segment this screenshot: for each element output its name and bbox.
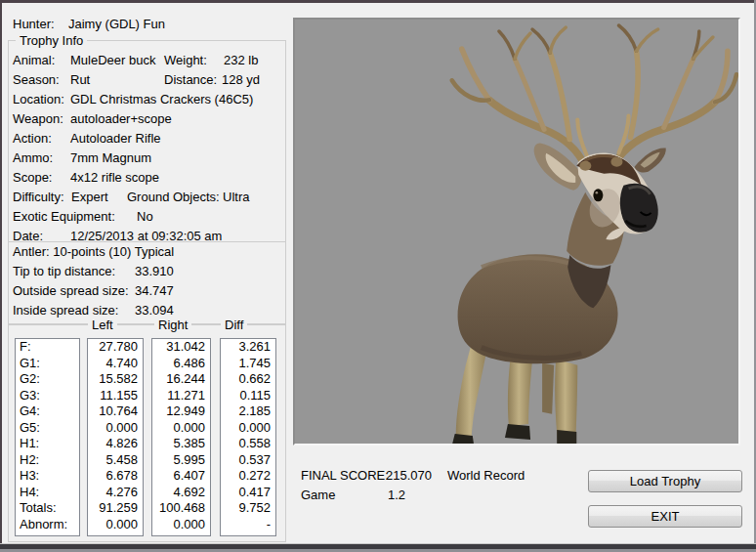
- location-label: Location:: [13, 92, 64, 106]
- diff-value: 2.185: [221, 403, 275, 420]
- inside-spread-value: 33.094: [135, 303, 174, 318]
- outside-spread-label: Outside spread size:: [13, 283, 129, 298]
- distance-label: Distance:: [164, 72, 217, 87]
- trophy-preview-viewport: [293, 18, 740, 446]
- weapon-value: autoloader+scope: [70, 111, 172, 126]
- row-label: H3:: [16, 468, 79, 485]
- tip-to-tip-value: 33.910: [135, 264, 174, 278]
- left-value: 11.155: [88, 388, 143, 404]
- right-value: 11.271: [152, 388, 210, 404]
- trophy-info-title: Trophy Info: [16, 33, 87, 48]
- column-header-left: Left: [88, 318, 117, 332]
- hunter-value: Jaimy (GDL) Fun: [68, 17, 165, 31]
- final-score-label: FINAL SCORE:: [301, 468, 389, 483]
- left-value: 15.582: [88, 371, 143, 388]
- ammo-value: 7mm Magnum: [70, 150, 151, 165]
- deer-trophy-image: [295, 20, 738, 444]
- left-value: 4.740: [88, 356, 143, 372]
- date-label: Date:: [13, 229, 43, 243]
- exit-button[interactable]: EXIT: [588, 505, 742, 528]
- left-values-box: 27.780 4.740 15.582 11.155 10.764 0.000 …: [87, 338, 144, 536]
- row-label: G3:: [16, 388, 79, 404]
- right-value: 0.000: [152, 517, 210, 533]
- game-version-value: 1.2: [388, 488, 405, 502]
- animal-label: Animal:: [13, 53, 55, 67]
- outside-spread-value: 34.747: [135, 283, 174, 298]
- left-value: 5.458: [88, 452, 143, 469]
- tip-to-tip-label: Tip to tip distance:: [13, 264, 115, 278]
- diff-value: 0.272: [221, 468, 275, 485]
- row-label: F:: [16, 339, 79, 356]
- right-value: 5.995: [152, 452, 210, 469]
- row-label: H2:: [16, 452, 79, 469]
- left-value: 10.764: [88, 403, 143, 420]
- right-value: 12.949: [152, 403, 210, 420]
- distance-value: 128 yd: [222, 72, 260, 87]
- row-label: G5:: [16, 420, 79, 437]
- diff-value: 0.662: [221, 371, 275, 388]
- scope-label: Scope:: [13, 170, 52, 185]
- left-value: 4.276: [88, 485, 143, 501]
- weapon-label: Weapon:: [13, 111, 63, 126]
- exotic-value: No: [137, 209, 153, 224]
- action-label: Action:: [13, 131, 52, 146]
- diff-value: 3.261: [221, 339, 275, 356]
- trophy-viewer-window: Hunter: Jaimy (GDL) Fun Trophy Info Anim…: [0, 0, 756, 552]
- right-value: 31.042: [152, 339, 210, 356]
- measurement-row-labels-box: F: G1: G2: G3: G4: G5: H1: H2: H3: H4: T…: [15, 338, 80, 536]
- world-record-badge: World Record: [447, 468, 525, 483]
- right-value: 5.385: [152, 436, 210, 452]
- animal-value: MuleDeer buck: [70, 53, 155, 67]
- row-label: H4:: [16, 485, 79, 501]
- right-value: 0.000: [152, 420, 210, 437]
- right-values-box: 31.042 6.486 16.244 11.271 12.949 0.000 …: [151, 338, 211, 536]
- diff-values-box: 3.261 1.745 0.662 0.115 2.185 0.000 0.55…: [220, 338, 276, 536]
- exotic-label: Exotic Equipment:: [13, 209, 115, 224]
- column-header-diff: Diff: [221, 318, 247, 332]
- row-label: Totals:: [16, 500, 79, 517]
- diff-value: 9.752: [221, 500, 275, 517]
- left-value: 91.259: [88, 500, 143, 517]
- action-value: Autoloader Rifle: [70, 131, 161, 146]
- row-label: G4:: [16, 403, 79, 420]
- right-value: 4.692: [152, 485, 210, 501]
- left-value: 27.780: [88, 339, 143, 356]
- row-label: H1:: [16, 436, 79, 452]
- row-label: G1:: [16, 356, 79, 372]
- antler-summary: Antler: 10-points (10) Typical: [13, 244, 174, 259]
- diff-value: 0.000: [221, 420, 275, 437]
- row-label: G2:: [16, 371, 79, 388]
- load-trophy-button[interactable]: Load Trophy: [588, 470, 742, 492]
- diff-value: 0.558: [221, 436, 275, 452]
- season-value: Rut: [70, 72, 90, 87]
- scope-value: 4x12 rifle scope: [70, 170, 159, 185]
- window-border-left: [0, 0, 2, 552]
- game-label: Game: [301, 488, 335, 502]
- date-value: 12/25/2013 at 09:32:05 am: [70, 229, 222, 243]
- difficulty-value: Expert: [71, 190, 108, 204]
- diff-value: 1.745: [221, 356, 275, 372]
- window-border-top: [0, 0, 756, 3]
- inside-spread-label: Inside spread size:: [13, 303, 118, 318]
- ground-objects-value: Ultra: [223, 190, 249, 204]
- left-value: 0.000: [88, 420, 143, 437]
- diff-value: 0.537: [221, 452, 275, 469]
- diff-value: 0.417: [221, 485, 275, 501]
- right-value: 6.486: [152, 356, 210, 372]
- diff-value: 0.115: [221, 388, 275, 404]
- hunter-label: Hunter:: [13, 17, 55, 31]
- column-header-right: Right: [154, 318, 191, 332]
- ammo-label: Ammo:: [13, 150, 53, 165]
- weight-label: Weight:: [164, 53, 207, 67]
- left-value: 4.826: [88, 436, 143, 452]
- season-label: Season:: [13, 72, 60, 87]
- right-value: 6.407: [152, 468, 210, 485]
- final-score-value: 215.070: [386, 468, 432, 483]
- ground-objects-label: Ground Objects:: [127, 190, 220, 204]
- diff-value: -: [221, 517, 275, 533]
- location-value: GDL Christmas Crackers (46C5): [70, 92, 253, 106]
- row-label: Abnorm:: [16, 517, 79, 533]
- weight-value: 232 lb: [224, 53, 258, 67]
- right-value: 100.468: [152, 500, 210, 517]
- difficulty-label: Difficulty:: [13, 190, 64, 204]
